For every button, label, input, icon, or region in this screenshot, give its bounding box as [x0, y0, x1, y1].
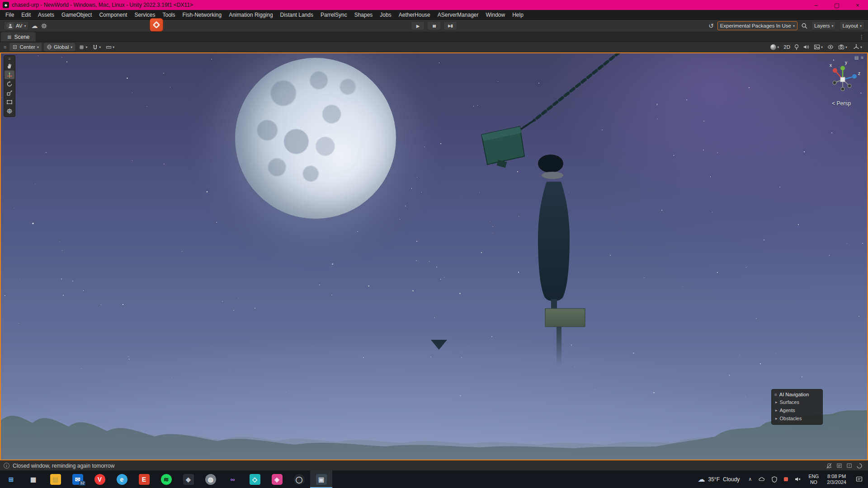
scene-audio-toggle[interactable]	[803, 44, 809, 50]
draw-mode-dropdown[interactable]: ▾	[769, 43, 780, 51]
scene-lighting-toggle[interactable]	[793, 44, 800, 50]
taskbar-app-app-teal[interactable]: ◇	[244, 470, 266, 488]
menu-item-gameobject[interactable]: GameObject	[58, 10, 95, 19]
action-center-icon[interactable]	[850, 470, 868, 488]
taskbar-app-spotify[interactable]: ≋	[155, 470, 177, 488]
overlay-grid-icon[interactable]: ▤	[854, 55, 859, 60]
view-2d-toggle[interactable]: 2D	[783, 44, 790, 50]
volume-muted-icon[interactable]	[791, 470, 804, 488]
taskbar-app-tool-gray[interactable]: ◍	[199, 470, 222, 488]
clock[interactable]: 8:08 PM 2/3/2024	[823, 470, 850, 488]
rotate-tool-button[interactable]	[5, 80, 14, 88]
ai-navigation-header[interactable]: ≡ AI Navigation	[772, 391, 822, 398]
weather-widget[interactable]: ☁ 35°F Cloudy	[693, 470, 745, 488]
menu-item-aservermanager[interactable]: AServerManager	[434, 10, 482, 19]
tray-chevron-icon[interactable]: ∧	[745, 470, 755, 488]
drag-handle-icon[interactable]: ≡	[8, 56, 10, 61]
overlay-menu-icon[interactable]: ≡	[861, 55, 863, 60]
close-button[interactable]: ×	[847, 0, 868, 10]
taskbar-app-unity-editor[interactable]: ▣	[310, 470, 332, 488]
effects-dropdown[interactable]: ▾	[812, 43, 824, 51]
axis-z-label[interactable]: z	[858, 71, 860, 76]
expand-triangle-icon[interactable]: ▸	[775, 400, 778, 404]
notifications-muted-icon[interactable]	[826, 463, 832, 469]
maximize-button[interactable]: ▢	[826, 0, 847, 10]
projection-label[interactable]: < Persp	[820, 100, 863, 107]
play-button[interactable]: ▶	[411, 21, 425, 30]
panel-menu-icon[interactable]: ⋮	[855, 34, 868, 40]
nav-overlay-item-agents[interactable]: ▸ Agents	[772, 406, 822, 414]
taskbar-app-app-ring[interactable]: ◯	[288, 470, 310, 488]
pause-button[interactable]: ▮▮	[427, 21, 441, 30]
menu-item-fish-networking[interactable]: Fish-Networking	[179, 10, 225, 19]
language-indicator[interactable]: ENG NO	[804, 470, 823, 488]
console-icon[interactable]	[836, 463, 842, 469]
minimize-button[interactable]: –	[806, 0, 826, 10]
rect-tool-button[interactable]	[5, 98, 14, 106]
scene-viewport[interactable]: ≡ ▤ ≡	[0, 52, 868, 460]
tools-plugin-button[interactable]	[150, 18, 163, 32]
expand-triangle-icon[interactable]: ▸	[775, 408, 778, 413]
taskbar-app-start[interactable]: ⊞	[0, 470, 22, 488]
nav-overlay-item-surfaces[interactable]: ▸ Surfaces	[772, 398, 822, 406]
defender-icon[interactable]	[768, 470, 781, 488]
taskbar-app-editor-red[interactable]: E	[133, 470, 155, 488]
layout-dropdown[interactable]: Layout ▾	[840, 21, 864, 30]
taskbar-app-file-explorer[interactable]: ▨	[44, 470, 66, 488]
progress-icon[interactable]	[856, 463, 863, 469]
taskbar-app-unity-hub[interactable]: ◆	[177, 470, 199, 488]
view-tool-button[interactable]	[5, 61, 14, 70]
axis-y-label[interactable]: y	[845, 60, 847, 65]
menu-item-animation-rigging[interactable]: Animation Rigging	[225, 10, 276, 19]
move-tool-button[interactable]	[5, 70, 14, 79]
step-button[interactable]: ▶▮	[443, 21, 457, 30]
undo-history-icon[interactable]: ↺	[708, 23, 714, 29]
cloud-icon[interactable]: ☁	[32, 23, 38, 29]
settings-icon[interactable]	[41, 23, 47, 29]
camera-settings-dropdown[interactable]: ▾	[837, 43, 849, 51]
status-message[interactable]: Closed window, reminding again tomorrow	[13, 463, 114, 469]
snap-settings-dropdown[interactable]: ▾	[91, 43, 102, 51]
menu-item-distant-lands[interactable]: Distant Lands	[277, 10, 317, 19]
gizmos-dropdown[interactable]: ▾	[852, 43, 863, 51]
tray-app-icon[interactable]	[781, 470, 791, 488]
layers-dropdown[interactable]: Layers ▾	[811, 21, 836, 30]
orientation-gizmo[interactable]: x y z < Persp	[820, 58, 863, 108]
menu-item-edit[interactable]: Edit	[18, 10, 34, 19]
navmesh-marker[interactable]	[431, 340, 447, 350]
pivot-mode-dropdown[interactable]: Center ▾	[9, 43, 42, 51]
console-warning-icon[interactable]	[846, 463, 852, 469]
menu-item-parrelsync[interactable]: ParrelSync	[317, 10, 351, 19]
increment-snap-dropdown[interactable]: ▾	[104, 43, 116, 51]
experimental-packages-dropdown[interactable]: Experimental Packages In Use ▾	[717, 21, 797, 30]
tab-scene[interactable]: ▦ Scene	[1, 32, 36, 42]
onedrive-icon[interactable]	[755, 470, 768, 488]
scale-tool-button[interactable]	[5, 89, 14, 97]
taskbar-app-vivaldi[interactable]: V	[89, 470, 111, 488]
tree-line-front[interactable]	[1, 410, 867, 460]
menu-item-file[interactable]: File	[2, 10, 18, 19]
menu-item-aetherhouse[interactable]: AetherHouse	[395, 10, 434, 19]
taskbar-app-visual-studio[interactable]: ∞	[222, 470, 244, 488]
menu-item-window[interactable]: Window	[482, 10, 509, 19]
menu-item-shapes[interactable]: Shapes	[351, 10, 377, 19]
taskbar-app-mail[interactable]: ✉ 32	[66, 470, 89, 488]
taskbar-app-task-view[interactable]: ▦	[22, 470, 44, 488]
nav-overlay-item-obstacles[interactable]: ▸ Obstacles	[772, 414, 822, 422]
grid-visibility-dropdown[interactable]: ▾	[77, 43, 89, 51]
menu-item-help[interactable]: Help	[509, 10, 527, 19]
taskbar-app-edge[interactable]: e	[111, 470, 133, 488]
orientation-dropdown[interactable]: Global ▾	[44, 43, 75, 51]
crane-chain-object[interactable]	[481, 53, 625, 168]
taskbar-app-rider[interactable]: ◈	[266, 470, 288, 488]
axis-gizmo-icon[interactable]: x y z	[820, 58, 863, 101]
drag-handle-icon[interactable]: ≡	[774, 392, 777, 397]
drag-handle-icon[interactable]: ≡	[3, 44, 7, 50]
expand-triangle-icon[interactable]: ▸	[775, 416, 778, 421]
menu-item-component[interactable]: Component	[95, 10, 131, 19]
account-dropdown[interactable]: AV ▾	[4, 21, 29, 30]
hanging-bag-object[interactable]	[538, 155, 585, 366]
scene-visibility-toggle[interactable]	[827, 44, 834, 50]
menu-item-assets[interactable]: Assets	[34, 10, 58, 19]
menu-item-jobs[interactable]: Jobs	[376, 10, 395, 19]
